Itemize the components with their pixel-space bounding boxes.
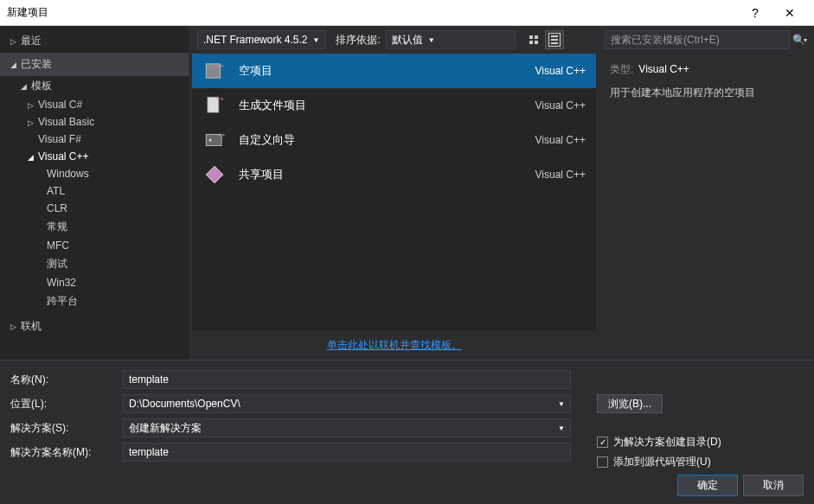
description-pane: 类型:Visual C++ 用于创建本地应用程序的空项目 bbox=[599, 54, 814, 109]
tree-label: 模板 bbox=[31, 80, 52, 92]
chevron-down-icon: ▼ bbox=[558, 400, 565, 408]
bottom-form: 名称(N): 位置(L): D:\Documents\OpenCV\▼ 浏览(B… bbox=[0, 360, 814, 504]
svg-text:++: ++ bbox=[217, 131, 226, 139]
dropdown-label: 默认值 bbox=[392, 33, 423, 48]
main-content: ▷最近 ◢已安装 ◢模板 ▷Visual C# ▷Visual Basic ▷V… bbox=[0, 26, 814, 360]
svg-text:++: ++ bbox=[216, 95, 225, 103]
source-control-checkbox[interactable]: 添加到源代码管理(U) bbox=[597, 455, 721, 469]
template-icon: ++ bbox=[202, 128, 227, 152]
template-item[interactable]: 共享项目Visual C++ bbox=[192, 157, 596, 192]
checkbox-label: 为解决方案创建目录(D) bbox=[613, 435, 721, 450]
template-item[interactable]: ++生成文件项目Visual C++ bbox=[192, 88, 596, 123]
location-dropdown[interactable]: D:\Documents\OpenCV\▼ bbox=[123, 394, 571, 413]
template-lang: Visual C++ bbox=[535, 99, 586, 112]
svg-point-5 bbox=[209, 138, 212, 141]
dropdown-label: 创建新解决方案 bbox=[129, 421, 202, 436]
tree-vcpp-child[interactable]: CLR bbox=[0, 200, 189, 217]
template-item[interactable]: ++自定义向导Visual C++ bbox=[192, 123, 596, 157]
sidebar-label: 最近 bbox=[21, 34, 42, 48]
template-icon bbox=[202, 163, 227, 187]
grid-icon bbox=[529, 35, 538, 44]
tree-vcpp-child[interactable]: ATL bbox=[0, 182, 189, 200]
solution-dropdown[interactable]: 创建新解决方案▼ bbox=[123, 418, 571, 437]
description-text: 用于创建本地应用程序的空项目 bbox=[610, 86, 804, 100]
name-label: 名称(N): bbox=[10, 373, 123, 387]
template-icon: ++ bbox=[202, 59, 227, 83]
window-title: 新建项目 bbox=[7, 5, 738, 20]
sidebar-section-installed[interactable]: ◢已安装 bbox=[0, 53, 189, 76]
chevron-down-icon: ▼ bbox=[312, 36, 319, 44]
cancel-button[interactable]: 取消 bbox=[743, 475, 804, 496]
sort-label: 排序依据: bbox=[336, 33, 380, 48]
framework-dropdown[interactable]: .NET Framework 4.5.2▼ bbox=[197, 30, 325, 49]
tree-vcpp-child[interactable]: 测试 bbox=[0, 254, 189, 274]
tree-vcpp-child[interactable]: 跨平台 bbox=[0, 291, 189, 311]
search-input[interactable]: 搜索已安装模板(Ctrl+E) bbox=[605, 30, 790, 49]
template-name: 空项目 bbox=[239, 63, 535, 79]
list-icon bbox=[548, 33, 561, 47]
online-search-link[interactable]: 单击此处以联机并查找模板。 bbox=[327, 339, 462, 351]
chevron-down-icon: ▼ bbox=[428, 36, 435, 44]
template-name: 自定义向导 bbox=[239, 132, 535, 148]
sidebar-label: 已安装 bbox=[21, 57, 52, 72]
online-link-row: 单击此处以联机并查找模板。 bbox=[189, 331, 599, 360]
tree-vcpp-child[interactable]: 常规 bbox=[0, 217, 189, 237]
help-button[interactable]: ? bbox=[738, 0, 772, 26]
tree-vb[interactable]: ▷Visual Basic bbox=[0, 113, 189, 131]
tree-vcpp-child[interactable]: MFC bbox=[0, 237, 189, 254]
tree-csharp[interactable]: ▷Visual C# bbox=[0, 96, 189, 113]
checkbox-label: 添加到源代码管理(U) bbox=[613, 455, 711, 469]
name-input[interactable] bbox=[123, 370, 571, 389]
solution-label: 解决方案(S): bbox=[10, 421, 123, 436]
sidebar: ▷最近 ◢已安装 ◢模板 ▷Visual C# ▷Visual Basic ▷V… bbox=[0, 26, 189, 360]
template-icon: ++ bbox=[202, 93, 227, 118]
sidebar-section-online[interactable]: ▷联机 bbox=[0, 315, 189, 338]
right-column: 搜索已安装模板(Ctrl+E) 🔍▾ 类型:Visual C++ 用于创建本地应… bbox=[599, 26, 814, 360]
sort-dropdown[interactable]: 默认值▼ bbox=[386, 30, 516, 49]
tree-label: Visual F# bbox=[38, 133, 81, 145]
sidebar-label: 联机 bbox=[21, 319, 42, 334]
tree-fsharp[interactable]: ▷Visual F# bbox=[0, 131, 189, 148]
type-label: 类型: bbox=[610, 63, 633, 75]
template-name: 生成文件项目 bbox=[239, 98, 535, 113]
tree-vcpp-child[interactable]: Windows bbox=[0, 165, 189, 182]
titlebar: 新建项目 ? ✕ bbox=[0, 0, 814, 26]
checkbox-icon bbox=[597, 456, 608, 468]
solname-label: 解决方案名称(M): bbox=[10, 445, 123, 460]
grid-view-button[interactable] bbox=[524, 30, 543, 49]
close-button[interactable]: ✕ bbox=[772, 0, 807, 26]
search-placeholder: 搜索已安装模板(Ctrl+E) bbox=[611, 33, 720, 48]
template-lang: Visual C++ bbox=[535, 65, 586, 77]
template-name: 共享项目 bbox=[239, 167, 535, 182]
toolbar: .NET Framework 4.5.2▼ 排序依据: 默认值▼ bbox=[189, 26, 599, 54]
location-label: 位置(L): bbox=[10, 397, 123, 411]
center-column: .NET Framework 4.5.2▼ 排序依据: 默认值▼ ++空项目Vi… bbox=[189, 26, 599, 360]
tree-vcpp[interactable]: ◢Visual C++ bbox=[0, 148, 189, 165]
sidebar-section-recent[interactable]: ▷最近 bbox=[0, 29, 189, 53]
tree-label: Visual C++ bbox=[38, 150, 88, 163]
tree-templates[interactable]: ◢模板 bbox=[0, 76, 189, 96]
search-wrap: 搜索已安装模板(Ctrl+E) 🔍▾ bbox=[599, 26, 814, 54]
type-value: Visual C++ bbox=[638, 63, 689, 75]
chevron-down-icon: ▼ bbox=[558, 424, 565, 432]
tree-label: Visual C# bbox=[38, 99, 82, 111]
template-list: ++空项目Visual C++++生成文件项目Visual C++++自定义向导… bbox=[192, 54, 596, 331]
dropdown-label: D:\Documents\OpenCV\ bbox=[129, 398, 240, 410]
solname-input[interactable] bbox=[123, 443, 571, 462]
browse-button[interactable]: 浏览(B)... bbox=[597, 394, 663, 413]
search-icon[interactable]: 🔍▾ bbox=[790, 30, 809, 49]
list-view-button[interactable] bbox=[545, 30, 564, 49]
template-item[interactable]: ++空项目Visual C++ bbox=[192, 54, 596, 88]
create-dir-checkbox[interactable]: 为解决方案创建目录(D) bbox=[597, 435, 721, 450]
tree-vcpp-child[interactable]: Win32 bbox=[0, 274, 189, 291]
tree-label: Visual Basic bbox=[38, 116, 94, 128]
checkbox-icon bbox=[597, 437, 608, 448]
template-lang: Visual C++ bbox=[535, 134, 586, 146]
svg-text:++: ++ bbox=[216, 62, 225, 70]
ok-button[interactable]: 确定 bbox=[677, 475, 738, 496]
template-lang: Visual C++ bbox=[535, 169, 586, 181]
dropdown-label: .NET Framework 4.5.2 bbox=[203, 34, 307, 46]
